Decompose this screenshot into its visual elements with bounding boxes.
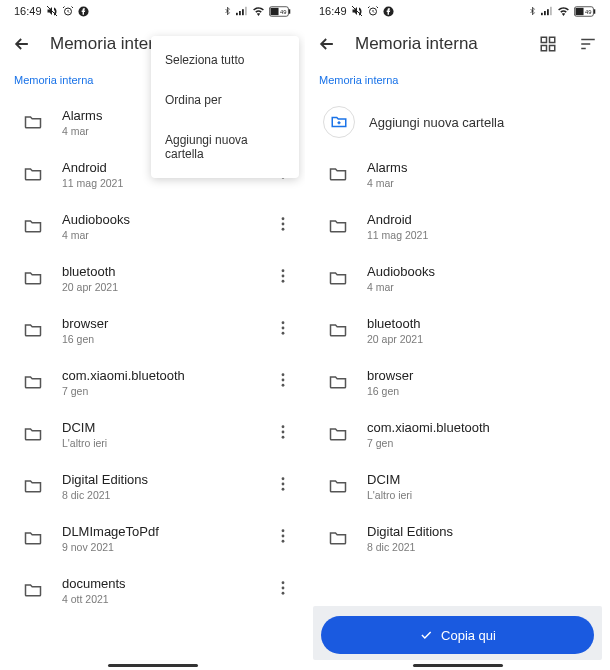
folder-row[interactable]: Audiobooks4 mar — [0, 200, 305, 252]
svg-rect-55 — [581, 48, 586, 50]
folder-icon — [323, 528, 353, 548]
svg-rect-52 — [550, 46, 555, 51]
svg-rect-8 — [289, 9, 290, 13]
phone-right: 16:49 49 Memoria interna Memoria interna — [305, 0, 610, 670]
folder-row[interactable]: Alarms4 mar — [305, 148, 610, 200]
svg-point-26 — [282, 425, 285, 428]
folder-date: 7 gen — [62, 385, 271, 397]
bluetooth-icon — [528, 5, 537, 17]
folder-row[interactable]: DLMImageToPdf9 nov 2021 — [0, 512, 305, 564]
folder-row[interactable]: DCIML'altro ieri — [305, 460, 610, 512]
folder-row[interactable]: Digital Editions8 dic 2021 — [305, 512, 610, 564]
folder-icon — [323, 164, 353, 184]
alarm-icon — [367, 5, 379, 17]
folder-date: 4 mar — [367, 281, 600, 293]
copy-here-button[interactable]: Copia qui — [321, 616, 594, 654]
more-button[interactable] — [271, 425, 295, 443]
folder-icon — [18, 580, 48, 600]
svg-point-35 — [282, 581, 285, 584]
status-time: 16:49 — [319, 5, 347, 17]
svg-rect-44 — [550, 7, 552, 15]
folder-date: 11 mag 2021 — [62, 177, 271, 189]
breadcrumb[interactable]: Memoria interna — [305, 66, 610, 96]
nav-handle[interactable] — [108, 664, 198, 667]
svg-rect-41 — [541, 13, 543, 15]
svg-rect-6 — [245, 7, 247, 15]
svg-rect-5 — [242, 9, 244, 15]
menu-select-all[interactable]: Seleziona tutto — [151, 40, 299, 80]
folder-row[interactable]: browser16 gen — [305, 356, 610, 408]
svg-text:49: 49 — [280, 8, 287, 14]
more-button[interactable] — [271, 217, 295, 235]
folder-name: browser — [367, 368, 600, 383]
folder-name: Digital Editions — [62, 472, 271, 487]
svg-rect-54 — [581, 43, 590, 45]
svg-point-15 — [282, 223, 285, 226]
facebook-icon — [78, 6, 89, 17]
new-folder-row[interactable]: Aggiungi nuova cartella — [305, 96, 610, 148]
svg-point-32 — [282, 529, 285, 532]
menu-sort-by[interactable]: Ordina per — [151, 80, 299, 120]
folder-row[interactable]: bluetooth20 apr 2021 — [0, 252, 305, 304]
folder-date: 16 gen — [62, 333, 271, 345]
svg-point-37 — [282, 592, 285, 595]
more-button[interactable] — [271, 269, 295, 287]
folder-row[interactable]: documents4 ott 2021 — [0, 564, 305, 616]
more-button[interactable] — [271, 477, 295, 495]
folder-date: L'altro ieri — [367, 489, 600, 501]
folder-date: 7 gen — [367, 437, 600, 449]
svg-rect-47 — [575, 7, 583, 14]
folder-date: 8 dic 2021 — [62, 489, 271, 501]
grid-view-button[interactable] — [536, 32, 560, 56]
nav-handle[interactable] — [413, 664, 503, 667]
more-button[interactable] — [271, 321, 295, 339]
sort-button[interactable] — [576, 32, 600, 56]
svg-point-31 — [282, 488, 285, 491]
back-button[interactable] — [315, 32, 339, 56]
overflow-menu: Seleziona tutto Ordina per Aggiungi nuov… — [151, 36, 299, 178]
svg-text:49: 49 — [585, 8, 592, 14]
more-button[interactable] — [271, 581, 295, 599]
folder-row[interactable]: bluetooth20 apr 2021 — [305, 304, 610, 356]
folder-date: 16 gen — [367, 385, 600, 397]
new-folder-icon — [323, 106, 355, 138]
back-button[interactable] — [10, 32, 34, 56]
svg-rect-42 — [544, 11, 546, 15]
folder-name: com.xiaomi.bluetooth — [367, 420, 600, 435]
svg-point-36 — [282, 587, 285, 590]
folder-icon — [18, 424, 48, 444]
folder-date: 11 mag 2021 — [367, 229, 600, 241]
svg-rect-51 — [541, 46, 546, 51]
folder-row[interactable]: com.xiaomi.bluetooth7 gen — [305, 408, 610, 460]
folder-name: DCIM — [367, 472, 600, 487]
folder-name: Android — [367, 212, 600, 227]
svg-point-33 — [282, 535, 285, 538]
folder-row[interactable]: DCIML'altro ieri — [0, 408, 305, 460]
page-title: Memoria interna — [355, 34, 520, 54]
menu-new-folder[interactable]: Aggiungi nuova cartella — [151, 120, 299, 174]
folder-row[interactable]: com.xiaomi.bluetooth7 gen — [0, 356, 305, 408]
folder-icon — [323, 216, 353, 236]
svg-point-18 — [282, 275, 285, 278]
folder-row[interactable]: Audiobooks4 mar — [305, 252, 610, 304]
wifi-icon — [557, 6, 570, 16]
folder-icon — [18, 164, 48, 184]
more-button[interactable] — [271, 373, 295, 391]
folder-row[interactable]: Android11 mag 2021 — [305, 200, 610, 252]
svg-rect-43 — [547, 9, 549, 15]
check-icon — [419, 628, 433, 642]
bluetooth-icon — [223, 5, 232, 17]
folder-date: L'altro ieri — [62, 437, 271, 449]
folder-row[interactable]: browser16 gen — [0, 304, 305, 356]
signal-icon — [236, 6, 248, 16]
more-button[interactable] — [271, 529, 295, 547]
mute-icon — [46, 5, 58, 17]
folder-icon — [18, 112, 48, 132]
folder-name: bluetooth — [62, 264, 271, 279]
folder-icon — [18, 268, 48, 288]
folder-icon — [323, 268, 353, 288]
folder-row[interactable]: Digital Editions8 dic 2021 — [0, 460, 305, 512]
folder-date: 20 apr 2021 — [62, 281, 271, 293]
folder-date: 20 apr 2021 — [367, 333, 600, 345]
wifi-icon — [252, 6, 265, 16]
